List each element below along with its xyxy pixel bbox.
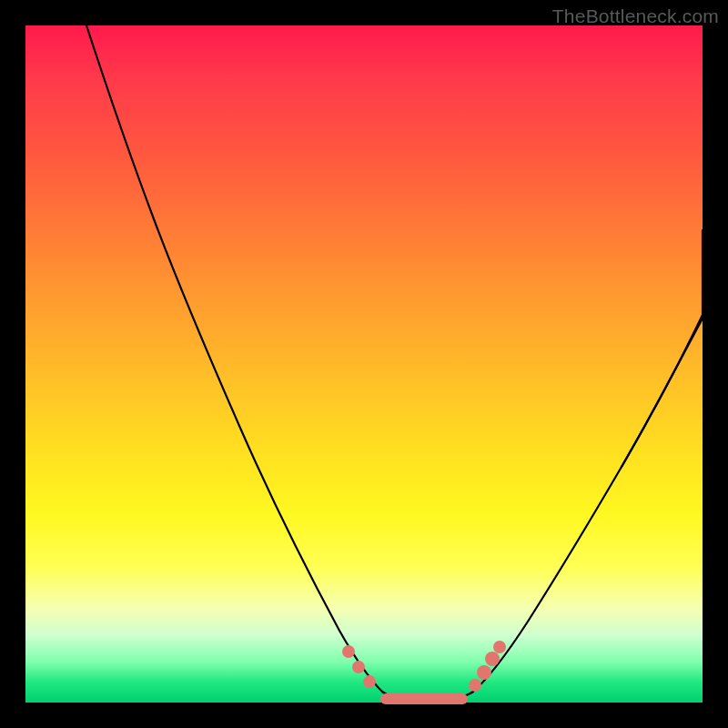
marker-dot xyxy=(342,645,355,658)
plot-area xyxy=(25,25,703,703)
curve-right-branch xyxy=(473,230,703,692)
curve-right-branch-tail xyxy=(622,315,703,467)
marker-dot xyxy=(485,652,500,666)
marker-dot xyxy=(363,675,376,688)
watermark-text: TheBottleneck.com xyxy=(552,5,719,27)
chart-frame: TheBottleneck.com xyxy=(0,0,728,728)
curve-left-branch xyxy=(86,25,382,692)
curve-layer xyxy=(25,25,703,703)
marker-dot xyxy=(469,679,481,692)
marker-bar xyxy=(380,693,468,704)
marker-dot xyxy=(493,641,506,653)
marker-dot xyxy=(477,665,491,680)
marker-dot xyxy=(352,661,365,673)
